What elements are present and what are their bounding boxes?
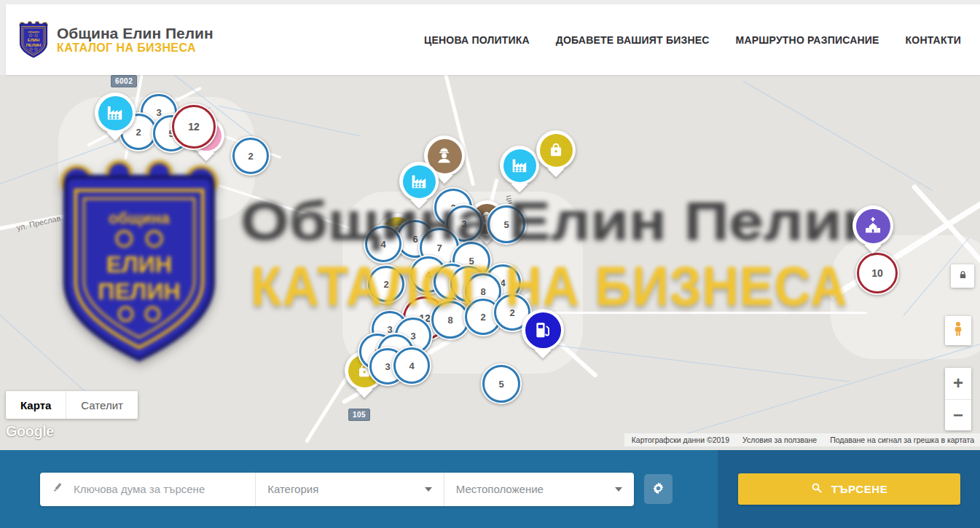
cluster-count: 6 (412, 234, 418, 245)
attribution-copyright: Картографски данни ©2019 (632, 436, 729, 444)
cluster-marker[interactable]: 10 (855, 251, 899, 295)
lock-icon (957, 269, 969, 284)
cluster-count: 12 (188, 121, 200, 133)
nav-contacts[interactable]: КОНТАКТИ (906, 34, 961, 46)
pin-factory[interactable] (95, 92, 136, 133)
factory-icon (98, 96, 133, 130)
pin-factory[interactable] (399, 162, 439, 201)
page: община ЕЛИН ПЕЛИН Община Елин Пелин КАТА… (0, 0, 980, 528)
cluster-count: 2 (136, 127, 141, 138)
map-type-satellite-button[interactable]: Сателит (66, 391, 138, 419)
pin-fuel[interactable] (522, 309, 564, 351)
svg-text:ПЕЛИН: ПЕЛИН (26, 43, 42, 47)
logo-text: Община Елин Пелин КАТАЛОГ НА БИЗНЕСА (57, 25, 213, 55)
google-logo[interactable]: Google (6, 423, 54, 440)
search-input-group: Категория Местоположение (40, 473, 634, 506)
pegman-button[interactable] (945, 316, 971, 345)
shopping-bag-icon (540, 134, 573, 167)
cluster-count: 2 (248, 151, 253, 162)
keyword-section (40, 473, 255, 506)
svg-text:община: община (28, 30, 39, 34)
cluster-count: 3 (410, 331, 415, 342)
fuel-icon (525, 312, 561, 348)
cluster-count: 5 (503, 219, 509, 230)
cluster-marker[interactable]: 4 (364, 224, 403, 264)
search-bar-right: ТЪРСЕНЕ (718, 450, 980, 528)
street-label: ул. Преслав (15, 213, 61, 232)
advanced-settings-button[interactable] (644, 474, 673, 504)
church-icon (856, 209, 890, 243)
category-select-label: Категория (267, 483, 318, 495)
cluster-count: 8 (447, 315, 452, 326)
lock-button[interactable] (951, 264, 974, 288)
header: община ЕЛИН ПЕЛИН Община Елин Пелин КАТА… (6, 4, 980, 75)
search-button-label: ТЪРСЕНЕ (831, 483, 888, 495)
chevron-down-icon (425, 487, 432, 492)
cluster-count: 2 (509, 307, 514, 318)
cluster-count: 7 (436, 243, 442, 253)
cluster-marker[interactable]: 4 (392, 346, 431, 385)
municipality-shield-logo: община ЕЛИН ПЕЛИН (18, 20, 49, 60)
category-select[interactable]: Категория (255, 473, 444, 506)
svg-text:ЕЛИН: ЕЛИН (106, 251, 172, 277)
cluster-count: 8 (480, 286, 485, 297)
road (554, 312, 867, 314)
cluster-count: 2 (480, 312, 485, 323)
map-type-control: Карта Сателит (6, 391, 138, 419)
map-type-map-button[interactable]: Карта (6, 391, 66, 419)
keyword-input[interactable] (72, 482, 245, 496)
pin-church[interactable] (852, 205, 893, 246)
cluster-marker[interactable]: 5 (481, 363, 522, 404)
pin-factory[interactable] (500, 146, 539, 185)
site-title: Община Елин Пелин (57, 25, 213, 42)
zoom-in-button[interactable]: + (945, 368, 971, 400)
gear-icon (651, 481, 666, 498)
site-subtitle: КАТАЛОГ НА БИЗНЕСА (57, 42, 213, 55)
pencil-icon (50, 481, 64, 497)
road-badge: 6002 (111, 75, 137, 87)
svg-text:ПЕЛИН: ПЕЛИН (98, 278, 180, 304)
cluster-count: 4 (409, 360, 414, 371)
map-boundary-line (539, 343, 850, 382)
search-button[interactable]: ТЪРСЕНЕ (738, 473, 960, 505)
cluster-marker[interactable]: 2 (231, 136, 270, 176)
cluster-count: 5 (498, 379, 503, 390)
cluster-count: 10 (871, 267, 883, 279)
chevron-down-icon (615, 487, 622, 492)
search-icon (810, 481, 823, 497)
site-logo[interactable]: община ЕЛИН ПЕЛИН Община Елин Пелин КАТА… (6, 20, 213, 60)
pin-shopping-bag[interactable] (536, 130, 576, 170)
cluster-count: 2 (383, 279, 388, 290)
search-bar: Категория Местоположение ТЪРСЕНЕ (0, 450, 980, 528)
cluster-marker[interactable]: 2 (366, 264, 406, 304)
nav-bus-schedule[interactable]: МАРШРУТНО РАЗПИСАНИЕ (736, 34, 879, 46)
location-select-label: Местоположение (456, 483, 544, 495)
road-badge: 105 (348, 409, 370, 421)
cluster-count: 4 (426, 269, 431, 280)
factory-icon (503, 149, 536, 182)
zoom-out-button[interactable]: − (945, 400, 971, 431)
map-canvas[interactable]: ул. Преславбул. „Новоселци6002105 3 2 5 … (0, 75, 980, 450)
cluster-marker[interactable]: 5 (486, 204, 527, 245)
map-boundary-line (656, 343, 980, 444)
report-error-link[interactable]: Подаване на сигнал за грешка в картата (830, 436, 974, 444)
cluster-marker[interactable]: 12 (170, 103, 217, 150)
cluster-count: 3 (461, 218, 466, 229)
nav-pricing[interactable]: ЦЕНОВА ПОЛИТИКА (424, 34, 530, 46)
pegman-icon (949, 319, 967, 342)
nav-add-business[interactable]: ДОБАВЕТЕ ВАШИЯТ БИЗНЕС (556, 34, 710, 46)
cluster-count: 3 (385, 361, 390, 372)
map-boundary-line (743, 81, 933, 191)
search-bar-left: Категория Местоположение (0, 450, 718, 528)
zoom-control: + − (945, 368, 971, 430)
cluster-count: 4 (380, 239, 385, 250)
map-attribution: Картографски данни ©2019 Условия за полз… (624, 433, 980, 446)
main-nav: ЦЕНОВА ПОЛИТИКА ДОБАВЕТЕ ВАШИЯТ БИЗНЕС М… (424, 34, 980, 46)
factory-icon (403, 165, 436, 198)
svg-text:ЕЛИН: ЕЛИН (28, 38, 39, 42)
terms-link[interactable]: Условия за ползване (742, 436, 817, 444)
location-select[interactable]: Местоположение (444, 473, 634, 506)
